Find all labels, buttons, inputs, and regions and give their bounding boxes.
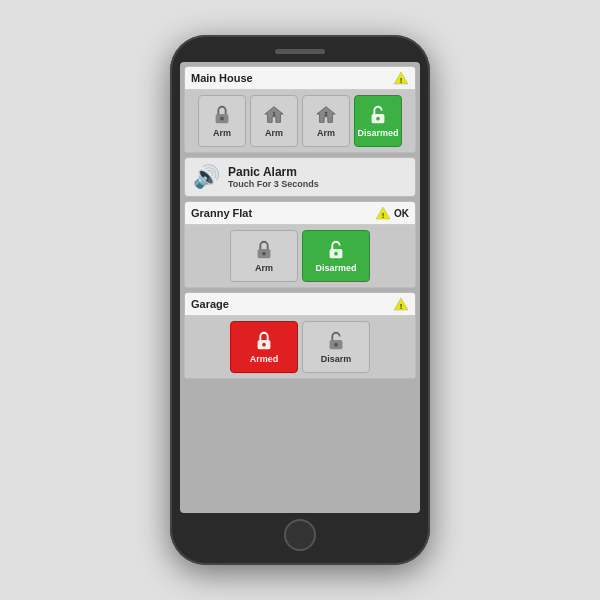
- arm-label-1: Arm: [213, 128, 231, 138]
- house1-icon: 1: [263, 104, 285, 126]
- arm-button-1[interactable]: Arm: [198, 95, 246, 147]
- svg-text:!: !: [400, 302, 403, 311]
- phone-speaker: [275, 49, 325, 54]
- svg-point-21: [334, 343, 338, 347]
- house2-icon: 2: [315, 104, 337, 126]
- disarmed-label-granny: Disarmed: [315, 263, 356, 273]
- section-granny-flat-body: Arm Disarmed: [185, 225, 415, 287]
- section-granny-flat-header: Granny Flat ! OK: [185, 202, 415, 225]
- section-garage: Garage !: [184, 292, 416, 379]
- arm-label-3: Arm: [317, 128, 335, 138]
- section-granny-flat-title: Granny Flat: [191, 207, 252, 219]
- svg-text:!: !: [400, 76, 403, 85]
- section-granny-flat: Granny Flat ! OK: [184, 201, 416, 288]
- section-garage-header: Garage !: [185, 293, 415, 316]
- disarmed-label-main: Disarmed: [357, 128, 398, 138]
- section-main-house-status: !: [393, 71, 409, 85]
- arm-button-3[interactable]: 2 Arm: [302, 95, 350, 147]
- lock-icon-garage: [253, 330, 275, 352]
- unlock-icon-garage: [325, 330, 347, 352]
- arm-button-2[interactable]: 1 Arm: [250, 95, 298, 147]
- svg-text:1: 1: [272, 111, 275, 117]
- section-garage-status: !: [393, 297, 409, 311]
- svg-point-15: [334, 252, 338, 256]
- warning-icon-granny: !: [375, 206, 391, 220]
- armed-button-garage[interactable]: Armed: [230, 321, 298, 373]
- arm-label-granny: Arm: [255, 263, 273, 273]
- garage-buttons-row: Armed Disarm: [190, 321, 410, 373]
- granny-flat-buttons-row: Arm Disarmed: [190, 230, 410, 282]
- phone-home-button[interactable]: [284, 519, 316, 551]
- granny-flat-ok-text: OK: [394, 208, 409, 219]
- section-garage-title: Garage: [191, 298, 229, 310]
- unlock-icon-granny: [325, 239, 347, 261]
- panic-alarm-row[interactable]: 🔊 Panic Alarm Touch For 3 Seconds: [184, 157, 416, 197]
- armed-label-garage: Armed: [250, 354, 279, 364]
- arm-button-granny[interactable]: Arm: [230, 230, 298, 282]
- panic-text-group: Panic Alarm Touch For 3 Seconds: [228, 165, 319, 189]
- section-main-house-body: Arm 1 Arm 2: [185, 90, 415, 152]
- disarm-button-garage[interactable]: Disarm: [302, 321, 370, 373]
- section-garage-body: Armed Disarm: [185, 316, 415, 378]
- main-house-buttons-row: Arm 1 Arm 2: [190, 95, 410, 147]
- arm-label-2: Arm: [265, 128, 283, 138]
- svg-text:2: 2: [324, 111, 327, 117]
- panic-alarm-subtitle: Touch For 3 Seconds: [228, 179, 319, 189]
- disarmed-button-granny[interactable]: Disarmed: [302, 230, 370, 282]
- lock-icon-granny: [253, 239, 275, 261]
- section-main-house: Main House !: [184, 66, 416, 153]
- unlock-icon-main: [367, 104, 389, 126]
- section-granny-flat-status: ! OK: [375, 206, 409, 220]
- speaker-icon: 🔊: [193, 164, 220, 190]
- disarm-label-garage: Disarm: [321, 354, 352, 364]
- phone-screen: Main House !: [180, 62, 420, 513]
- section-main-house-title: Main House: [191, 72, 253, 84]
- warning-icon-main: !: [393, 71, 409, 85]
- section-main-house-header: Main House !: [185, 67, 415, 90]
- phone-device: Main House !: [170, 35, 430, 565]
- svg-point-19: [262, 343, 266, 347]
- svg-point-3: [220, 117, 224, 121]
- svg-point-13: [262, 252, 266, 256]
- lock-icon-1: [211, 104, 233, 126]
- disarmed-button-main[interactable]: Disarmed: [354, 95, 402, 147]
- warning-icon-garage: !: [393, 297, 409, 311]
- svg-text:!: !: [382, 211, 385, 220]
- panic-alarm-title: Panic Alarm: [228, 165, 319, 179]
- svg-point-9: [376, 117, 380, 121]
